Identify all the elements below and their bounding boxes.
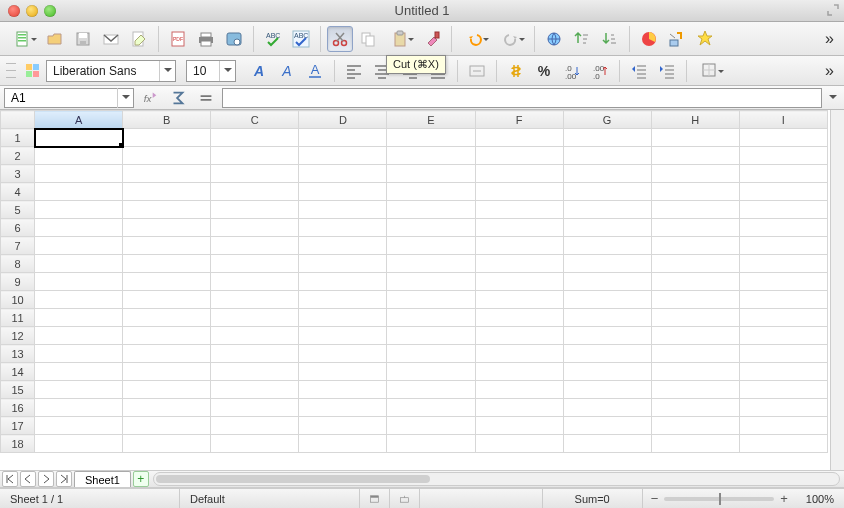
- cell[interactable]: [211, 435, 299, 453]
- export-pdf-button[interactable]: PDF: [165, 26, 191, 52]
- cell[interactable]: [123, 417, 211, 435]
- cell[interactable]: [211, 363, 299, 381]
- cell[interactable]: [211, 255, 299, 273]
- row-header[interactable]: 3: [1, 165, 35, 183]
- toolbar-handle-icon[interactable]: [6, 60, 16, 82]
- cell[interactable]: [35, 417, 123, 435]
- cut-button[interactable]: [327, 26, 353, 52]
- function-equals-button[interactable]: [194, 88, 218, 108]
- cell[interactable]: [123, 291, 211, 309]
- cell[interactable]: [211, 129, 299, 147]
- cell[interactable]: [563, 147, 651, 165]
- cell[interactable]: [387, 291, 475, 309]
- sheet-tab[interactable]: Sheet1: [74, 471, 131, 487]
- cell[interactable]: [123, 345, 211, 363]
- cell[interactable]: [387, 399, 475, 417]
- column-header[interactable]: E: [387, 111, 475, 129]
- cell[interactable]: [739, 219, 827, 237]
- horizontal-scrollbar[interactable]: [153, 472, 840, 486]
- cell[interactable]: [475, 129, 563, 147]
- column-header[interactable]: C: [211, 111, 299, 129]
- row-header[interactable]: 18: [1, 435, 35, 453]
- cell[interactable]: [211, 291, 299, 309]
- cell[interactable]: [475, 363, 563, 381]
- cell[interactable]: [739, 273, 827, 291]
- cell[interactable]: [387, 165, 475, 183]
- cell[interactable]: [739, 237, 827, 255]
- row-header[interactable]: 2: [1, 147, 35, 165]
- cell[interactable]: [651, 417, 739, 435]
- cell[interactable]: [475, 219, 563, 237]
- row-header[interactable]: 10: [1, 291, 35, 309]
- formula-bar-expand-icon[interactable]: [826, 88, 840, 108]
- cell[interactable]: [211, 183, 299, 201]
- cell[interactable]: [211, 381, 299, 399]
- cell[interactable]: [123, 255, 211, 273]
- cell[interactable]: [35, 165, 123, 183]
- cell[interactable]: [387, 381, 475, 399]
- undo-button[interactable]: [458, 26, 492, 52]
- hyperlink-button[interactable]: [541, 26, 567, 52]
- cell[interactable]: [651, 219, 739, 237]
- decrease-indent-button[interactable]: [626, 58, 652, 84]
- cell[interactable]: [387, 255, 475, 273]
- cell[interactable]: [475, 183, 563, 201]
- email-document-button[interactable]: [98, 26, 124, 52]
- cell[interactable]: [651, 399, 739, 417]
- function-wizard-button[interactable]: fx: [138, 88, 162, 108]
- cell[interactable]: [563, 219, 651, 237]
- cell[interactable]: [123, 147, 211, 165]
- align-left-button[interactable]: [341, 58, 367, 84]
- add-sheet-button[interactable]: +: [133, 471, 149, 487]
- cell[interactable]: [651, 291, 739, 309]
- cell[interactable]: [35, 183, 123, 201]
- print-button[interactable]: [193, 26, 219, 52]
- cell[interactable]: [35, 435, 123, 453]
- name-box-dropdown-icon[interactable]: [117, 88, 133, 108]
- font-size-combo[interactable]: 10: [186, 60, 236, 82]
- cell[interactable]: [35, 327, 123, 345]
- cell[interactable]: [299, 381, 387, 399]
- zoom-level[interactable]: 100%: [796, 489, 844, 508]
- cell[interactable]: [563, 201, 651, 219]
- new-document-button[interactable]: [6, 26, 40, 52]
- cell[interactable]: [123, 381, 211, 399]
- cell[interactable]: [475, 165, 563, 183]
- cell[interactable]: [563, 363, 651, 381]
- cell[interactable]: [739, 435, 827, 453]
- cell[interactable]: [387, 129, 475, 147]
- cell[interactable]: [35, 345, 123, 363]
- cell[interactable]: [211, 345, 299, 363]
- cell[interactable]: [475, 147, 563, 165]
- bold-button[interactable]: A: [246, 58, 272, 84]
- cell[interactable]: [651, 147, 739, 165]
- cell[interactable]: [563, 129, 651, 147]
- percent-button[interactable]: %: [531, 58, 557, 84]
- format-paintbrush-button[interactable]: [419, 26, 445, 52]
- row-header[interactable]: 1: [1, 129, 35, 147]
- cell[interactable]: [475, 255, 563, 273]
- cell[interactable]: [299, 129, 387, 147]
- cell[interactable]: [299, 219, 387, 237]
- cell[interactable]: [387, 345, 475, 363]
- cell[interactable]: [739, 309, 827, 327]
- select-all-corner[interactable]: [1, 111, 35, 129]
- cell[interactable]: [651, 327, 739, 345]
- cell[interactable]: [475, 327, 563, 345]
- cell[interactable]: [475, 273, 563, 291]
- cell[interactable]: [387, 435, 475, 453]
- cell[interactable]: [563, 381, 651, 399]
- redo-button[interactable]: [494, 26, 528, 52]
- row-header[interactable]: 16: [1, 399, 35, 417]
- open-document-button[interactable]: [42, 26, 68, 52]
- cell[interactable]: [35, 147, 123, 165]
- vertical-scrollbar[interactable]: [830, 110, 844, 470]
- cell[interactable]: [651, 255, 739, 273]
- cell[interactable]: [475, 399, 563, 417]
- formula-input[interactable]: [222, 88, 822, 108]
- cell[interactable]: [651, 363, 739, 381]
- row-header[interactable]: 11: [1, 309, 35, 327]
- styles-button[interactable]: [22, 60, 44, 82]
- cell[interactable]: [123, 165, 211, 183]
- cell[interactable]: [35, 309, 123, 327]
